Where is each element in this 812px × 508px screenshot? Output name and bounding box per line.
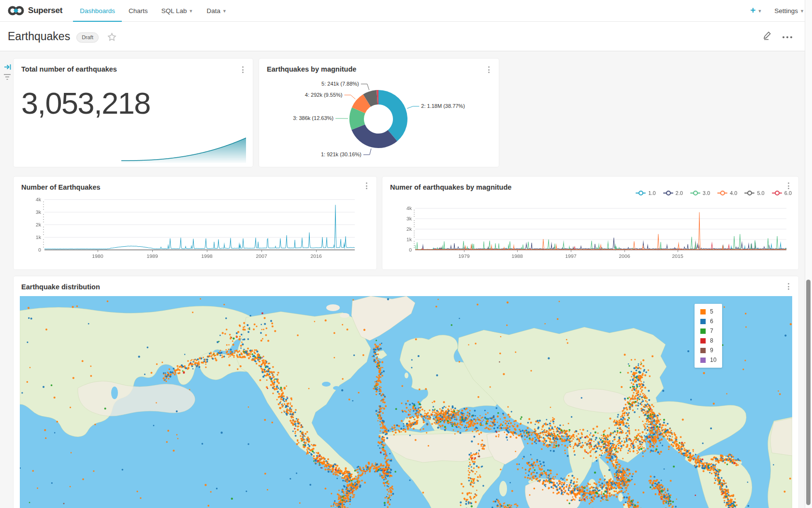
card-numer-of-earthquakes-by-magnitude: Numer of earthquakes by magnitude 1.02.0… xyxy=(382,177,798,269)
page-title: Earthquakes xyxy=(8,30,70,43)
legend-color-swatch xyxy=(700,309,706,314)
legend-label: 1.0 xyxy=(648,190,655,196)
superset-logo-icon xyxy=(8,5,24,16)
top-navbar: Superset Dashboards Charts SQL Lab▼ Data… xyxy=(0,0,812,22)
donut-chart[interactable]: 2: 1.18M (38.77%)1: 921k (30.16%)3: 386k… xyxy=(259,76,499,164)
legend-label: 5 xyxy=(710,308,713,315)
brand-title: Superset xyxy=(28,6,62,15)
settings-menu[interactable]: Settings▼ xyxy=(774,7,804,15)
trend-sparkline xyxy=(121,133,246,163)
map-legend-item-10: 10 xyxy=(700,357,716,363)
chart-kebab-menu-icon[interactable] xyxy=(785,181,792,190)
legend-label: 2.0 xyxy=(676,190,683,196)
chart-kebab-menu-icon[interactable] xyxy=(363,181,370,190)
chart-title: Total number of earthquakes xyxy=(21,65,117,73)
superset-logo-brand[interactable]: Superset xyxy=(8,5,62,16)
donut-slice-label: 2: 1.18M (38.77%) xyxy=(421,103,465,109)
nav-tab-sql-lab[interactable]: SQL Lab▼ xyxy=(155,0,200,22)
donut-slice-label: 4: 292k (9.55%) xyxy=(305,92,343,98)
legend-line-marker-icon xyxy=(690,191,700,195)
scrollbar-thumb[interactable] xyxy=(806,280,811,505)
card-earthquake-distribution: Earthquake distribution 5678910 xyxy=(14,276,798,508)
legend-color-swatch xyxy=(700,329,706,334)
legend-line-marker-icon xyxy=(717,191,727,195)
chevron-down-icon: ▼ xyxy=(800,9,804,14)
chart-title: Earthquake distribution xyxy=(21,283,100,291)
world-map[interactable]: 5678910 xyxy=(20,296,792,508)
map-legend-item-7: 7 xyxy=(700,328,716,334)
map-magnitude-legend: 5678910 xyxy=(695,304,722,368)
legend-line-marker-icon xyxy=(744,191,754,195)
nav-tab-charts[interactable]: Charts xyxy=(122,0,155,22)
legend-label: 8 xyxy=(710,337,713,344)
chart-legend: 1.02.03.04.05.06.0 xyxy=(636,190,792,196)
legend-item-2.0[interactable]: 2.0 xyxy=(663,190,683,196)
new-item-button[interactable]: +▼ xyxy=(750,0,762,23)
legend-item-1.0[interactable]: 1.0 xyxy=(636,190,655,196)
big-number-value: 3,053,218 xyxy=(21,86,150,120)
line-chart xyxy=(21,193,369,266)
filter-icon[interactable] xyxy=(3,74,11,82)
legend-label: 6.0 xyxy=(784,190,792,196)
status-badge: Draft xyxy=(76,32,99,43)
chevron-down-icon: ▼ xyxy=(757,9,762,14)
legend-label: 4.0 xyxy=(730,190,737,196)
legend-line-marker-icon xyxy=(636,191,646,195)
chart-title: Numer of earthquakes by magnitude xyxy=(390,183,511,191)
donut-slice-label: 5: 241k (7.88%) xyxy=(321,81,359,87)
earthquake-scatter-layer xyxy=(20,296,792,508)
card-total-number-of-earthquakes: Total number of earthquakes 3,053,218 xyxy=(14,59,253,167)
edit-dashboard-icon[interactable] xyxy=(763,30,772,42)
nav-tab-data[interactable]: Data▼ xyxy=(200,0,233,22)
chart-title: Earthquakes by magnitude xyxy=(267,65,356,73)
chart-kebab-menu-icon[interactable] xyxy=(785,282,792,291)
legend-label: 5.0 xyxy=(757,190,764,196)
map-legend-item-8: 8 xyxy=(700,337,716,344)
chevron-down-icon: ▼ xyxy=(222,9,227,14)
chart-kebab-menu-icon[interactable] xyxy=(485,65,492,74)
legend-label: 6 xyxy=(710,318,713,325)
legend-label: 7 xyxy=(710,328,713,334)
chart-title: Number of Earthquakes xyxy=(21,183,101,191)
donut-slice-label: 3: 386k (12.63%) xyxy=(293,115,334,121)
donut-label-connector xyxy=(344,95,355,99)
legend-color-swatch xyxy=(700,338,706,344)
donut-slice-label: 1: 921k (30.16%) xyxy=(321,151,362,157)
map-legend-item-5: 5 xyxy=(700,308,716,315)
card-number-of-earthquakes: Number of Earthquakes xyxy=(14,177,377,269)
donut-label-connector xyxy=(361,84,369,90)
map-legend-item-6: 6 xyxy=(700,318,716,325)
legend-label: 10 xyxy=(710,357,716,363)
nav-tab-dashboards[interactable]: Dashboards xyxy=(73,0,122,22)
favorite-star-icon[interactable] xyxy=(107,32,116,44)
legend-color-swatch xyxy=(700,348,706,353)
map-legend-item-9: 9 xyxy=(700,347,716,354)
chevron-down-icon: ▼ xyxy=(189,9,193,14)
chart-kebab-menu-icon[interactable] xyxy=(239,65,246,74)
legend-label: 9 xyxy=(710,347,713,354)
dashboard-header: Earthquakes Draft xyxy=(0,22,812,51)
legend-item-5.0[interactable]: 5.0 xyxy=(744,190,764,196)
more-actions-icon[interactable] xyxy=(782,32,793,41)
legend-item-4.0[interactable]: 4.0 xyxy=(717,190,737,196)
multi-line-chart xyxy=(390,193,791,266)
donut-label-connector xyxy=(407,106,419,108)
legend-item-6.0[interactable]: 6.0 xyxy=(772,190,792,196)
legend-line-marker-icon xyxy=(772,191,782,195)
legend-item-3.0[interactable]: 3.0 xyxy=(690,190,710,196)
legend-color-swatch xyxy=(700,358,706,363)
card-earthquakes-by-magnitude: Earthquakes by magnitude 2: 1.18M (38.77… xyxy=(259,59,499,167)
page-scrollbar xyxy=(805,0,812,508)
legend-color-swatch xyxy=(700,319,706,324)
expand-filter-bar-icon[interactable] xyxy=(4,63,12,73)
legend-label: 3.0 xyxy=(703,190,710,196)
legend-line-marker-icon xyxy=(663,191,673,195)
donut-label-connector xyxy=(363,149,371,155)
